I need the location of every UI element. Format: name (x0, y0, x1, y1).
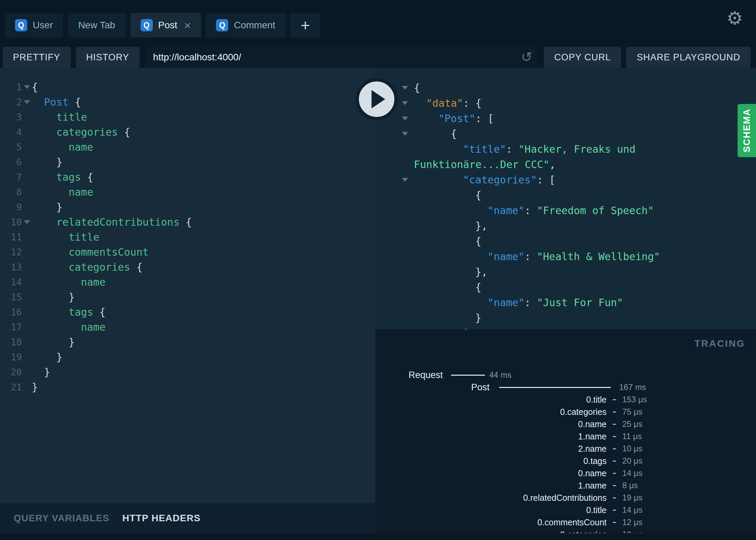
close-icon[interactable]: × (184, 19, 191, 31)
line-number: 5 (0, 142, 22, 152)
tab-label: Comment (234, 20, 275, 31)
editor-line[interactable]: 12commentsCount (0, 244, 375, 259)
fold-arrow-icon[interactable] (402, 117, 414, 120)
result-line: "name": "Freedom of Speech" (375, 203, 756, 218)
schema-tab-button[interactable]: SCHEMA (738, 104, 756, 157)
result-token: : (524, 205, 537, 216)
trace-duration-bar (613, 424, 616, 425)
code-token: categories (56, 126, 118, 138)
trace-time: 25 μs (622, 419, 642, 429)
editor-line[interactable]: 2Post { (0, 94, 375, 109)
settings-gear-icon[interactable]: ⚙ (727, 9, 743, 27)
editor-line[interactable]: 10relatedContributions { (0, 214, 375, 229)
editor-line[interactable]: 7tags { (0, 169, 375, 184)
editor-line[interactable]: 8name (0, 184, 375, 199)
response-side: {"data": {"Post": [{"title": "Hacker, Fr… (375, 68, 756, 533)
fold-arrow-icon[interactable] (402, 101, 414, 105)
tab-user[interactable]: QUser (5, 13, 63, 38)
editor-line[interactable]: 21} (0, 379, 375, 394)
main-area: 1{2Post {3title4categories {5name6}7tags… (0, 68, 756, 533)
editor-line[interactable]: 9} (0, 199, 375, 214)
http-headers-tab[interactable]: HTTP HEADERS (122, 513, 201, 524)
trace-label: Post (375, 382, 490, 393)
tab-post[interactable]: QPost× (130, 13, 201, 38)
tabs: QUserNew TabQPost×QComment (5, 13, 286, 38)
editor-line[interactable]: 14name (0, 274, 375, 289)
editor-line[interactable]: 6} (0, 154, 375, 169)
trace-time: 14 μs (622, 505, 642, 515)
query-badge-icon: Q (216, 19, 228, 31)
code-token: Post (44, 96, 69, 108)
result-token: "name" (488, 297, 524, 309)
tracing-toggle[interactable]: TRACING (694, 338, 745, 349)
query-editor[interactable]: 1{2Post {3title4categories {5name6}7tags… (0, 68, 375, 503)
line-number: 13 (0, 262, 22, 272)
tab-new-tab[interactable]: New Tab (68, 13, 125, 38)
execute-button[interactable] (355, 78, 398, 120)
code-token: { (81, 171, 93, 183)
editor-line[interactable]: 16tags { (0, 304, 375, 319)
fold-arrow-icon[interactable] (22, 100, 32, 104)
fold-arrow-icon[interactable] (402, 86, 414, 90)
editor-line[interactable]: 18} (0, 334, 375, 349)
editor-line[interactable]: 19} (0, 349, 375, 364)
result-text: { (414, 235, 481, 247)
trace-duration-bar (499, 387, 611, 388)
code-text: name (32, 141, 93, 153)
editor-line[interactable]: 1{ (0, 79, 375, 94)
result-text: "categories": [ (414, 174, 555, 186)
copy-curl-button[interactable]: COPY CURL (544, 47, 621, 68)
result-line: "title": "Hacker, Freaks und (375, 141, 756, 157)
reload-icon[interactable]: ↺ (521, 50, 533, 64)
prettify-button[interactable]: PRETTIFY (3, 47, 71, 68)
editor-line[interactable]: 20} (0, 364, 375, 379)
result-token: Funktionäre...Der CCC" (414, 159, 549, 170)
chevron-down-icon (402, 86, 408, 90)
line-number: 6 (0, 157, 22, 167)
trace-label: 0.name (375, 468, 607, 478)
result-token: } (475, 312, 481, 324)
line-number: 20 (0, 367, 22, 377)
line-number: 9 (0, 202, 22, 212)
line-number: 12 (0, 247, 22, 257)
fold-arrow-icon[interactable] (22, 220, 32, 224)
line-number: 8 (0, 187, 22, 197)
fold-arrow-icon[interactable] (402, 132, 414, 136)
code-text: name (32, 276, 105, 288)
result-text: "Post": [ (414, 112, 494, 124)
result-line: { (375, 280, 756, 295)
result-token: : (524, 251, 537, 262)
line-number: 4 (0, 127, 22, 137)
editor-line[interactable]: 3title (0, 109, 375, 124)
result-token: "Freedom of Speech" (537, 205, 654, 216)
share-playground-button[interactable]: SHARE PLAYGROUND (626, 47, 751, 68)
history-button[interactable]: HISTORY (76, 47, 140, 68)
editor-line[interactable]: 11title (0, 229, 375, 244)
editor-line[interactable]: 15} (0, 289, 375, 304)
result-text: } (414, 312, 481, 324)
code-text: } (32, 156, 62, 168)
editor-line[interactable]: 13categories { (0, 259, 375, 274)
code-token: { (179, 216, 192, 228)
code-text: { (32, 81, 38, 93)
line-number: 16 (0, 307, 22, 317)
result-token: { (475, 235, 481, 247)
new-tab-button[interactable]: + (290, 13, 320, 38)
result-line: }, (375, 218, 756, 234)
endpoint-url-input[interactable] (152, 51, 517, 63)
fold-arrow-icon[interactable] (402, 178, 414, 182)
trace-time: 153 μs (622, 395, 647, 404)
result-token: }, (475, 220, 488, 232)
trace-label: 0.tags (375, 456, 607, 466)
editor-footer: QUERY VARIABLES HTTP HEADERS (0, 503, 375, 533)
editor-line[interactable]: 17name (0, 319, 375, 334)
line-number: 10 (0, 217, 22, 227)
query-variables-tab[interactable]: QUERY VARIABLES (14, 513, 110, 524)
tab-comment[interactable]: QComment (206, 13, 285, 38)
fold-arrow-icon[interactable] (22, 85, 32, 89)
result-token: "Just For Fun" (537, 297, 623, 309)
code-text: } (32, 381, 38, 393)
editor-line[interactable]: 4categories { (0, 124, 375, 139)
editor-line[interactable]: 5name (0, 139, 375, 154)
query-badge-icon: Q (141, 19, 153, 31)
